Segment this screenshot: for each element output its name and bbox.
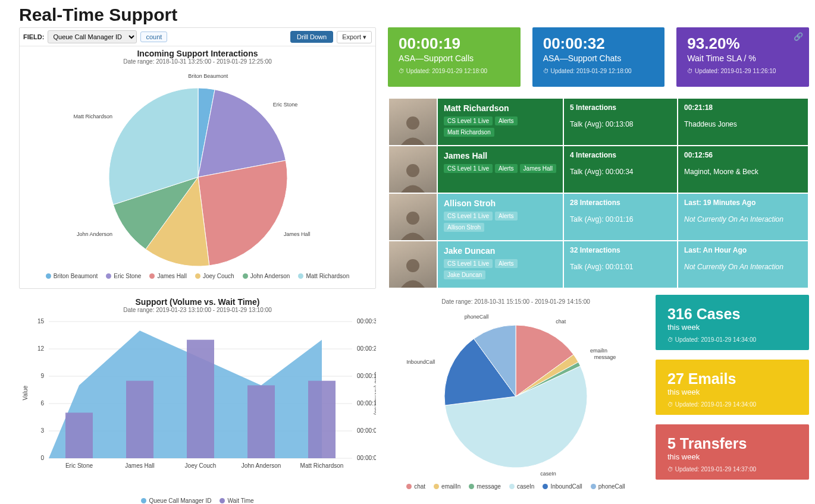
kpi-value: 00:00:19: [399, 36, 510, 51]
side-kpi-updated: ⏱ Updated: 2019-01-29 14:34:00: [667, 336, 797, 343]
svg-text:John Anderson: John Anderson: [77, 231, 112, 237]
volume-wait-chart[interactable]: 0369121500:00:0000:00:0600:00:1200:00:18…: [19, 316, 376, 482]
agent-context: Not Currently On An Interaction: [684, 263, 802, 271]
agent-avatar: [389, 99, 437, 145]
svg-text:James Hall: James Hall: [125, 462, 154, 469]
agent-interactions: 5 Interactions: [570, 103, 671, 112]
channel-pie-chart[interactable]: chatemailInmessagecaseInInboundCallphone…: [388, 307, 644, 480]
legend-item[interactable]: caseIn: [509, 483, 534, 490]
kpi-label: ASA—Support Calls: [399, 53, 510, 63]
field-select[interactable]: Queue Call Manager ID: [48, 30, 137, 43]
svg-text:Matt Richardson: Matt Richardson: [73, 114, 112, 119]
agent-talk-avg: Talk (Avg): 00:01:16: [570, 215, 671, 223]
svg-text:00:00:06: 00:00:06: [357, 427, 376, 434]
side-kpi-1[interactable]: 27 Emailsthis week⏱ Updated: 2019-01-29 …: [656, 360, 809, 415]
agent-tag: CS Level 1 Live: [444, 212, 493, 220]
svg-rect-31: [247, 385, 275, 458]
svg-text:12: 12: [37, 345, 45, 352]
pie1-legend: Briton BeaumontEric StoneJames HallJoey …: [20, 269, 375, 281]
legend-item[interactable]: Wait Time: [220, 497, 253, 504]
legend-item[interactable]: Joey Couch: [195, 273, 234, 279]
drill-down-button[interactable]: Drill Down: [290, 31, 333, 43]
legend-item[interactable]: James Hall: [149, 273, 186, 279]
agent-interactions: 32 Interactions: [570, 246, 671, 254]
legend-item[interactable]: chat: [406, 483, 425, 490]
agent-tag: CS Level 1 Live: [444, 259, 493, 268]
incoming-pie-chart[interactable]: Briton BeaumontEric StoneJames HallJoey …: [20, 67, 377, 269]
svg-point-6: [406, 116, 419, 130]
agent-avatar: [389, 146, 437, 193]
legend-item[interactable]: message: [469, 483, 501, 490]
svg-text:chat: chat: [556, 319, 566, 325]
svg-text:00:00:12: 00:00:12: [357, 400, 376, 407]
agent-status-time: Last: An Hour Ago: [684, 246, 802, 254]
svg-text:message: message: [594, 354, 616, 360]
svg-text:Joey Couch: Joey Couch: [185, 462, 217, 469]
export-button[interactable]: Export ▾: [337, 31, 372, 43]
agent-tag: Allison Stroh: [444, 223, 484, 232]
agent-tag: Alerts: [495, 259, 518, 268]
legend-item[interactable]: Matt Richardson: [298, 273, 349, 279]
count-button[interactable]: count: [140, 32, 167, 42]
agent-tag: CS Level 1 Live: [444, 116, 493, 125]
agent-name: Matt Richardson: [444, 103, 557, 113]
svg-text:3: 3: [40, 427, 44, 434]
kpi-updated: ⏱ Updated: 2019-01-29 12:18:00: [399, 68, 510, 74]
svg-rect-29: [126, 381, 153, 458]
agent-tag: Alerts: [495, 116, 518, 125]
bar-title: Support (Volume vs. Wait Time): [19, 297, 376, 307]
agent-status-time: 00:12:56: [684, 151, 802, 159]
svg-text:phoneCall: phoneCall: [465, 314, 489, 320]
svg-text:Eric Stone: Eric Stone: [65, 462, 93, 469]
channel-pie-panel: Date range: 2018-10-31 15:15:00 - 2019-0…: [388, 295, 644, 504]
agent-row[interactable]: Matt RichardsonCS Level 1 LiveAlertsMatt…: [389, 99, 808, 145]
agent-row[interactable]: Allison StrohCS Level 1 LiveAlertsAlliso…: [389, 194, 808, 240]
legend-item[interactable]: John Anderson: [243, 273, 290, 279]
legend-item[interactable]: Queue Call Manager ID: [141, 497, 211, 504]
legend-item[interactable]: emailIn: [434, 483, 460, 490]
legend-item[interactable]: Eric Stone: [106, 273, 141, 279]
agent-context: Not Currently On An Interaction: [684, 215, 802, 223]
legend-item[interactable]: Briton Beaumont: [46, 273, 98, 279]
side-kpi-value: 316 Cases: [667, 305, 797, 323]
agent-row[interactable]: James HallCS Level 1 LiveAlertsJames Hal…: [389, 146, 808, 193]
incoming-interactions-panel: FIELD: Queue Call Manager ID count Drill…: [19, 27, 376, 289]
legend-item[interactable]: phoneCall: [591, 483, 625, 490]
svg-rect-32: [308, 381, 336, 458]
kpi-label: ASA—Support Chats: [543, 53, 654, 63]
agent-interactions: 4 Interactions: [570, 151, 671, 159]
svg-text:15: 15: [37, 318, 45, 325]
svg-text:caseIn: caseIn: [540, 471, 556, 477]
agent-context: Thaddeus Jones: [684, 120, 802, 128]
side-kpi-0[interactable]: 316 Casesthis week⏱ Updated: 2019-01-29 …: [656, 295, 809, 350]
agent-name: Jake Duncan: [444, 246, 557, 256]
agent-context: Maginot, Moore & Beck: [684, 168, 802, 176]
kpi-card-0[interactable]: 00:00:19ASA—Support Calls⏱ Updated: 2019…: [388, 27, 521, 87]
kpi-card-1[interactable]: 00:00:32ASA—Support Chats⏱ Updated: 2019…: [532, 27, 665, 87]
agent-tag: Alerts: [495, 212, 518, 220]
svg-text:Briton Beaumont: Briton Beaumont: [188, 73, 228, 79]
agent-tag: Jake Duncan: [444, 270, 485, 279]
agent-row[interactable]: Jake DuncanCS Level 1 LiveAlertsJake Dun…: [389, 241, 808, 288]
side-kpi-2[interactable]: 5 Transfersthis week⏱ Updated: 2019-01-2…: [656, 424, 809, 480]
side-kpi-value: 5 Transfers: [667, 435, 797, 452]
link-icon: 🔗: [794, 32, 803, 41]
svg-point-8: [406, 212, 419, 225]
agent-status-time: Last: 19 Minutes Ago: [684, 199, 802, 207]
kpi-card-2[interactable]: 🔗93.20%Wait Time SLA / %⏱ Updated: 2019-…: [676, 27, 809, 87]
legend-item[interactable]: InboundCall: [543, 483, 582, 490]
svg-text:Value: Value: [22, 385, 29, 400]
svg-text:00:00:18: 00:00:18: [357, 373, 376, 379]
agent-tag: James Hall: [520, 164, 556, 173]
chart-toolbar: FIELD: Queue Call Manager ID count Drill…: [20, 28, 375, 46]
svg-text:0: 0: [40, 455, 44, 461]
pie2-legend: chatemailInmessagecaseInInboundCallphone…: [388, 480, 644, 491]
side-kpi-column: 316 Casesthis week⏱ Updated: 2019-01-29 …: [656, 295, 809, 504]
svg-text:6: 6: [40, 400, 44, 407]
kpi-updated: ⏱ Updated: 2019-01-29 12:18:00: [543, 68, 654, 74]
svg-text:00:00:00: 00:00:00: [357, 455, 376, 461]
svg-text:Time (hh:mm:ss): Time (hh:mm:ss): [374, 371, 376, 415]
side-kpi-label: this week: [667, 452, 797, 461]
agent-avatar: [389, 241, 437, 288]
pie1-title: Incoming Support Interactions: [20, 49, 375, 58]
